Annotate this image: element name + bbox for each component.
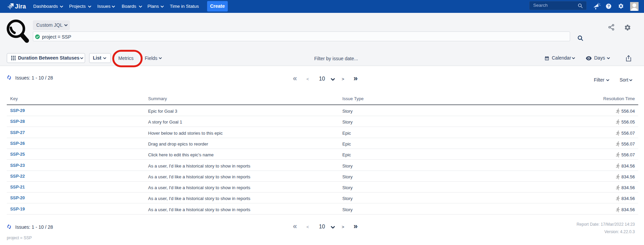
svg-text:?: ? — [607, 4, 610, 8]
